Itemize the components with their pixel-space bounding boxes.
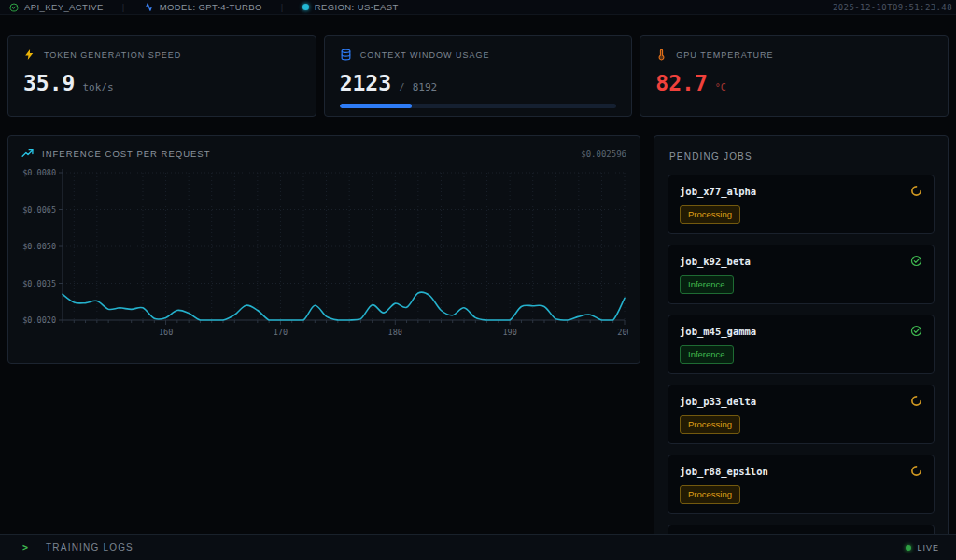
inference-cost-card: INFERENCE COST PER REQUEST $0.002596 $0.…	[7, 135, 640, 364]
context-progress-fill	[340, 104, 412, 108]
context-usage-label: CONTEXT WINDOW USAGE	[360, 50, 490, 60]
training-logs-label: TRAINING LOGS	[46, 542, 134, 553]
context-usage-card: CONTEXT WINDOW USAGE 2123 / 8192	[324, 35, 633, 117]
job-card[interactable]: job_k92_betaInference	[668, 245, 935, 304]
gpu-temp-card: GPU TEMPERATURE 82.7 °C	[640, 35, 949, 117]
database-icon	[340, 49, 352, 61]
token-speed-value: 35.9	[23, 71, 75, 95]
jobs-list: job_x77_alphaProcessingjob_k92_betaInfer…	[668, 175, 935, 560]
spinner-icon	[910, 395, 922, 407]
job-name: job_r88_epsilon	[680, 466, 768, 477]
spinner-icon	[910, 465, 922, 477]
job-card[interactable]: job_r88_epsilonProcessing	[668, 455, 935, 514]
job-status-badge: Inference	[680, 345, 734, 364]
job-card[interactable]: job_x77_alphaProcessing	[668, 175, 935, 234]
model-status: MODEL: GPT-4-TURBO	[144, 2, 262, 12]
job-status-badge: Inference	[680, 275, 734, 294]
svg-text:200: 200	[617, 328, 628, 337]
token-speed-label: TOKEN GENERATION SPEED	[44, 50, 181, 60]
timestamp: 2025-12-10T09:51:23.48	[833, 3, 952, 12]
token-speed-card: TOKEN GENERATION SPEED 35.9 tok/s	[7, 35, 316, 117]
svg-text:$0.0080: $0.0080	[22, 168, 56, 177]
pending-jobs-title: PENDING JOBS	[669, 151, 935, 161]
region-status: REGION: US-EAST	[302, 2, 399, 12]
inference-cost-chart: $0.0020$0.0035$0.0050$0.0065$0.008016017…	[21, 165, 628, 352]
api-key-label: API_KEY_ACTIVE	[24, 2, 104, 12]
spinner-icon	[910, 185, 922, 197]
svg-text:$0.0065: $0.0065	[22, 205, 56, 215]
job-card[interactable]: job_m45_gammaInference	[668, 315, 935, 374]
live-dot-icon	[906, 545, 911, 551]
live-indicator: LIVE	[906, 543, 939, 553]
gpu-temp-unit: °C	[715, 82, 726, 92]
training-logs-bar[interactable]: >_ TRAINING LOGS LIVE	[0, 534, 956, 560]
lightning-icon	[23, 49, 35, 61]
chart-current-value: $0.002596	[581, 149, 626, 159]
context-used-value: 2123	[340, 71, 391, 95]
check-circle-icon	[910, 325, 922, 337]
svg-text:180: 180	[388, 328, 402, 337]
context-progress-bar	[340, 104, 617, 108]
job-name: job_x77_alpha	[680, 186, 756, 197]
metrics-row: TOKEN GENERATION SPEED 35.9 tok/s CONTEX…	[0, 35, 956, 117]
chart-title: INFERENCE COST PER REQUEST	[42, 148, 211, 159]
region-dot-icon	[302, 4, 309, 10]
live-label: LIVE	[917, 543, 939, 553]
job-status-badge: Processing	[680, 485, 740, 504]
topbar-separator: |	[122, 2, 125, 12]
trending-up-icon	[21, 147, 34, 160]
svg-text:$0.0035: $0.0035	[22, 279, 56, 288]
svg-text:$0.0020: $0.0020	[22, 315, 56, 325]
pending-jobs-panel: PENDING JOBS job_x77_alphaProcessingjob_…	[654, 135, 949, 560]
model-label: MODEL: GPT-4-TURBO	[160, 2, 262, 12]
job-name: job_p33_delta	[680, 396, 756, 407]
job-card[interactable]: job_p33_deltaProcessing	[668, 385, 935, 444]
job-status-badge: Processing	[680, 415, 740, 434]
job-name: job_m45_gamma	[680, 326, 756, 337]
thermometer-icon	[655, 49, 668, 61]
svg-text:160: 160	[159, 328, 173, 337]
check-circle-icon	[910, 255, 922, 267]
token-speed-unit: tok/s	[82, 81, 113, 93]
gpu-temp-label: GPU TEMPERATURE	[676, 50, 773, 60]
check-circle-icon	[9, 3, 19, 12]
svg-text:170: 170	[274, 328, 288, 337]
api-key-status: API_KEY_ACTIVE	[9, 2, 104, 12]
topbar-separator: |	[281, 2, 284, 12]
activity-icon	[144, 2, 154, 12]
region-label: REGION: US-EAST	[315, 2, 399, 12]
gpu-temp-value: 82.7	[655, 71, 707, 95]
main-row: INFERENCE COST PER REQUEST $0.002596 $0.…	[0, 135, 956, 560]
context-separator: /	[399, 81, 405, 93]
job-status-badge: Processing	[680, 205, 740, 224]
top-status-bar: API_KEY_ACTIVE | MODEL: GPT-4-TURBO | RE…	[0, 0, 956, 15]
svg-text:190: 190	[502, 328, 516, 337]
job-name: job_k92_beta	[680, 256, 751, 267]
context-total-value: 8192	[413, 81, 438, 93]
terminal-icon: >_	[22, 542, 34, 553]
svg-text:$0.0050: $0.0050	[22, 242, 56, 251]
